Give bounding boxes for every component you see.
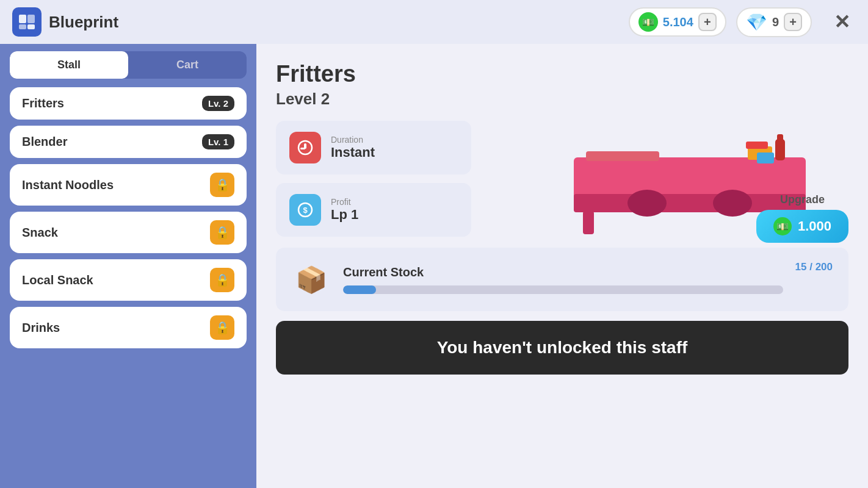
menu-item-label-local-snack: Local Snack (22, 273, 210, 287)
upgrade-label: Upgrade (780, 193, 825, 206)
gem-value: 9 (772, 15, 779, 29)
detail-level: Level 2 (276, 90, 848, 109)
tab-stall[interactable]: Stall (10, 51, 128, 79)
profit-label: Profit (331, 197, 358, 207)
menu-item-label-instant-noodles: Instant Noodles (22, 178, 210, 192)
svg-rect-0 (19, 15, 26, 23)
info-and-stall: Duration Instant $ Profit Lp 1 (276, 121, 848, 237)
bottom-message-panel: You haven't unlocked this staff (276, 321, 848, 375)
bottom-message-text: You haven't unlocked this staff (437, 338, 688, 357)
svg-rect-19 (777, 134, 783, 142)
gem-plus-button[interactable]: + (784, 13, 802, 31)
svg-rect-1 (27, 15, 35, 23)
app-title: Blueprint (49, 13, 118, 32)
cash-plus-button[interactable]: + (698, 13, 717, 31)
menu-item-label-blender: Blender (22, 135, 202, 149)
svg-point-14 (713, 190, 752, 217)
upgrade-button[interactable]: 💵 1.000 (756, 210, 848, 243)
svg-point-13 (627, 190, 667, 217)
lock-icon-drinks: 🔒 (210, 315, 234, 340)
menu-item-fritters[interactable]: Fritters Lv. 2 (10, 87, 247, 120)
tab-cart[interactable]: Cart (128, 51, 247, 79)
gem-pill: 💎 9 + (736, 7, 812, 37)
stock-count: 15 / 200 (795, 260, 833, 273)
menu-item-drinks[interactable]: Drinks 🔒 (10, 307, 247, 348)
close-button[interactable]: ✕ (828, 8, 856, 36)
header: Blueprint 💵 5.104 + 💎 9 + ✕ (0, 0, 868, 44)
profit-card: $ Profit Lp 1 (276, 183, 471, 237)
cash-icon: 💵 (638, 12, 658, 32)
gem-icon: 💎 (746, 12, 767, 32)
menu-item-label-snack: Snack (22, 226, 210, 240)
menu-item-badge-blender: Lv. 1 (202, 134, 234, 149)
menu-item-badge-fritters: Lv. 2 (202, 96, 234, 111)
upgrade-cost: 1.000 (798, 218, 831, 234)
upgrade-cash-icon: 💵 (773, 217, 792, 235)
sidebar: Stall Cart Fritters Lv. 2 Blender Lv. 1 … (0, 44, 256, 488)
stock-title: Current Stock (343, 265, 783, 279)
svg-rect-20 (757, 152, 774, 163)
logo-area: Blueprint (12, 7, 118, 37)
detail-title: Fritters (276, 61, 848, 87)
cash-value: 5.104 (663, 15, 693, 29)
profit-value: Lp 1 (331, 207, 358, 223)
profit-text: Profit Lp 1 (331, 197, 358, 223)
menu-item-snack[interactable]: Snack 🔒 (10, 212, 247, 253)
svg-rect-3 (27, 24, 35, 29)
svg-rect-6 (300, 148, 305, 149)
lock-icon-local-snack: 🔒 (210, 268, 234, 292)
duration-value: Instant (331, 145, 375, 160)
menu-item-label-fritters: Fritters (22, 96, 202, 110)
currency-group: 💵 5.104 + 💎 9 + ✕ (629, 7, 856, 37)
lock-icon-instant-noodles: 🔒 (210, 173, 234, 197)
info-cards: Duration Instant $ Profit Lp 1 (276, 121, 471, 237)
stock-card: 📦 Current Stock 15 / 200 (276, 248, 848, 311)
main-layout: Stall Cart Fritters Lv. 2 Blender Lv. 1 … (0, 44, 868, 488)
stock-bar-fill (343, 285, 376, 294)
logo-icon (12, 7, 42, 37)
menu-item-blender[interactable]: Blender Lv. 1 (10, 126, 247, 158)
svg-rect-17 (746, 142, 768, 149)
duration-text: Duration Instant (331, 135, 375, 160)
cash-pill: 💵 5.104 + (629, 7, 726, 37)
stock-icon: 📦 (292, 260, 331, 299)
svg-rect-11 (583, 211, 594, 234)
stock-info: Current Stock (343, 265, 783, 294)
upgrade-area: Upgrade 💵 1.000 (756, 193, 848, 243)
svg-rect-18 (775, 139, 785, 160)
duration-card: Duration Instant (276, 121, 471, 174)
svg-rect-15 (586, 151, 659, 161)
duration-label: Duration (331, 135, 375, 145)
content-panel: Fritters Level 2 Duration Instant (256, 44, 868, 488)
svg-text:$: $ (303, 206, 308, 215)
menu-item-instant-noodles[interactable]: Instant Noodles 🔒 (10, 164, 247, 206)
lock-icon-snack: 🔒 (210, 220, 234, 245)
svg-rect-2 (19, 24, 26, 29)
duration-icon (289, 132, 321, 163)
menu-item-label-drinks: Drinks (22, 321, 210, 335)
stock-bar-bg (343, 285, 783, 294)
menu-item-local-snack[interactable]: Local Snack 🔒 (10, 259, 247, 301)
tab-row: Stall Cart (10, 51, 247, 79)
stall-and-upgrade: Upgrade 💵 1.000 (471, 121, 848, 237)
profit-icon: $ (289, 194, 321, 226)
